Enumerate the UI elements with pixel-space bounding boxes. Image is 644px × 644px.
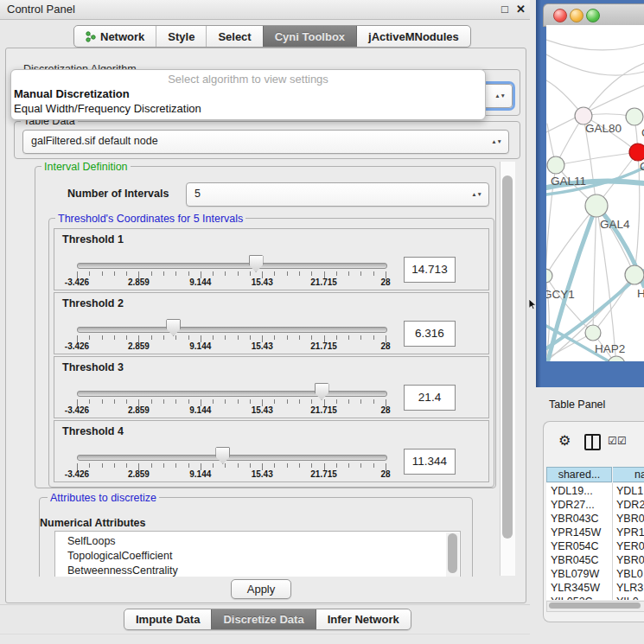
threshold-1-value-field[interactable]: 14.713 xyxy=(404,257,456,283)
control-panel-titlebar: Control Panel □ ✕ xyxy=(0,0,530,20)
threshold-2-value-field[interactable]: 6.316 xyxy=(404,321,456,347)
tick-label: 9.144 xyxy=(189,341,211,351)
list-scrollbar-thumb[interactable] xyxy=(448,533,457,573)
threshold-3-slider-track[interactable] xyxy=(77,391,387,397)
network-canvas[interactable]: GAL80GACGAL11GAL4GCY1HHAP2 xyxy=(546,25,644,361)
threshold-4-value-field[interactable]: 11.344 xyxy=(404,449,456,475)
minor-tick xyxy=(225,335,226,340)
combo-arrows-icon: ▲▼ xyxy=(491,139,502,144)
attribute-item-topologicalcoefficient[interactable]: TopologicalCoefficient xyxy=(55,549,460,564)
checkbox-icon[interactable]: ☑ xyxy=(617,435,627,447)
network-node-gal4[interactable] xyxy=(585,194,608,217)
table-row[interactable]: YER054CYER0 xyxy=(546,539,644,553)
close-icon[interactable]: ✕ xyxy=(516,3,526,16)
table-row[interactable]: YDL19...YDL1 xyxy=(546,484,644,498)
cell-name: YBL0 xyxy=(616,567,643,581)
top-tab-bar: NetworkStyleSelectCyni ToolboxjActiveMNo… xyxy=(73,25,471,48)
table-row[interactable]: YBR043CYBR0 xyxy=(546,512,644,526)
cell-name: YBR0 xyxy=(616,553,644,567)
threshold-1-slider-track[interactable] xyxy=(77,263,387,269)
minor-tick xyxy=(311,399,312,404)
network-node-gcy1[interactable] xyxy=(546,269,552,283)
network-node-h[interactable] xyxy=(625,265,644,284)
thresholds-group-title: Threshold's Coordinates for 5 Intervals xyxy=(55,213,245,225)
minor-tick xyxy=(163,335,164,340)
gear-icon[interactable]: ⚙ xyxy=(558,432,571,449)
minor-tick xyxy=(213,335,214,340)
split-columns-icon[interactable] xyxy=(584,434,601,450)
minor-tick xyxy=(175,271,176,276)
table-row[interactable]: YBR045CYBR0 xyxy=(546,553,644,567)
dropdown-option-equal-width-frequency[interactable]: Equal Width/Frequency Discretization xyxy=(14,102,201,115)
minor-tick xyxy=(238,399,239,404)
attribute-item-selfloops[interactable]: SelfLoops xyxy=(55,534,460,549)
number-of-intervals-combobox[interactable]: 5 ▲▼ xyxy=(186,182,489,207)
network-node-hap2[interactable] xyxy=(585,325,601,341)
float-window-icon[interactable]: □ xyxy=(501,3,508,16)
tick-label: -3.426 xyxy=(65,341,89,351)
threshold-2-slider-track[interactable] xyxy=(77,327,387,333)
table-data-combobox[interactable]: galFiltered.sif default node ▲▼ xyxy=(22,130,509,154)
cell-shared-name: YLR345W xyxy=(551,581,600,595)
threshold-3-slider-thumb[interactable] xyxy=(315,383,329,400)
table-scrollbar-thumb[interactable] xyxy=(549,603,641,609)
table-row[interactable]: YIL052CYIL0 xyxy=(546,595,644,600)
node-label-gal11: GAL11 xyxy=(551,175,586,188)
minor-tick xyxy=(126,399,127,404)
cell-name: YDR2 xyxy=(616,498,644,512)
table-row[interactable]: YDR27...YDR2 xyxy=(546,498,644,512)
threshold-3-value-field[interactable]: 21.4 xyxy=(404,385,456,411)
combo-arrows-icon: ▲▼ xyxy=(471,192,482,197)
minor-tick xyxy=(225,463,226,468)
network-node-gal11[interactable] xyxy=(547,156,564,174)
tick-label: 21.715 xyxy=(310,341,337,351)
tab-discretize-data[interactable]: Discretize Data xyxy=(211,609,315,629)
network-edge xyxy=(546,40,644,50)
apply-button[interactable]: Apply xyxy=(231,579,291,599)
close-traffic-light[interactable] xyxy=(553,9,567,22)
tab-style[interactable]: Style xyxy=(156,26,206,47)
numerical-attributes-list[interactable]: SelfLoopsTopologicalCoefficientBetweenne… xyxy=(54,531,461,577)
settings-scrollbar-thumb[interactable] xyxy=(502,175,513,539)
table-row[interactable]: YPR145WYPR1 xyxy=(546,526,644,539)
tab-select[interactable]: Select xyxy=(206,26,262,47)
minimize-traffic-light[interactable] xyxy=(570,9,583,22)
numerical-attributes-label: Numerical Attributes xyxy=(40,517,145,529)
minor-tick xyxy=(360,399,361,404)
minor-tick xyxy=(89,463,90,468)
network-window-titlebar[interactable] xyxy=(543,3,644,27)
threshold-4-slider-thumb[interactable] xyxy=(215,447,230,464)
tab-cyni-toolbox[interactable]: Cyni Toolbox xyxy=(263,26,356,47)
cell-shared-name: YBL079W xyxy=(551,567,599,581)
minor-tick xyxy=(175,399,176,404)
tab-label: Select xyxy=(218,30,251,43)
threshold-4-panel: Threshold 4-3.4262.8599.14415.4321.71528… xyxy=(54,420,489,482)
network-edge xyxy=(556,152,638,165)
threshold-4-slider-track[interactable] xyxy=(77,455,387,461)
tab-network[interactable]: Network xyxy=(74,26,156,47)
table-row[interactable]: YLR345WYLR3 xyxy=(546,581,644,595)
minor-tick xyxy=(360,463,361,468)
settings-scrollbar[interactable] xyxy=(500,162,515,576)
threshold-1-slider-thumb[interactable] xyxy=(249,255,264,272)
network-node-c[interactable] xyxy=(629,143,644,161)
network-node-ga[interactable] xyxy=(626,108,643,125)
minor-tick xyxy=(250,335,251,340)
checkbox-icon[interactable]: ☑ xyxy=(608,435,617,447)
attribute-item-betweennesscentrality[interactable]: BetweennessCentrality xyxy=(55,564,460,577)
tab-impute-data[interactable]: Impute Data xyxy=(124,609,211,629)
minor-tick xyxy=(225,399,226,404)
tab-jactivemnodules[interactable]: jActiveMNodules xyxy=(356,26,470,47)
tick-label: 28 xyxy=(380,341,390,351)
table-horizontal-scrollbar[interactable] xyxy=(546,601,644,612)
dropdown-option-manual-discretization[interactable]: Manual Discretization xyxy=(14,87,130,100)
control-panel-title: Control Panel xyxy=(7,3,75,16)
threshold-2-slider-thumb[interactable] xyxy=(166,319,181,336)
list-scrollbar[interactable] xyxy=(446,532,459,577)
tab-infer-network[interactable]: Infer Network xyxy=(316,609,411,629)
table-row[interactable]: YBL079WYBL0 xyxy=(546,567,644,581)
column-header-name[interactable]: na xyxy=(613,467,644,482)
zoom-traffic-light[interactable] xyxy=(586,9,600,22)
column-header-shared-name[interactable]: shared... xyxy=(546,467,612,482)
threshold-2-label: Threshold 2 xyxy=(62,297,124,309)
